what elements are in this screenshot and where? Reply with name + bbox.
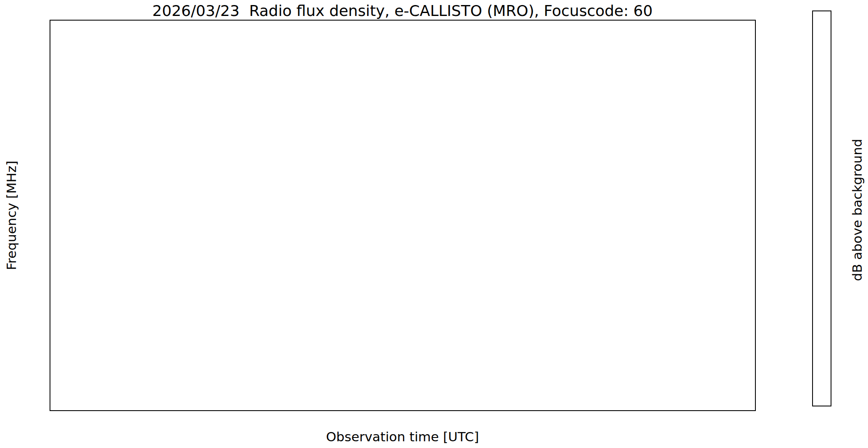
- y-axis-title: Frequency [MHz]: [4, 161, 19, 270]
- colorbar-gradient: [813, 11, 831, 406]
- x-axis-title: Observation time [UTC]: [326, 429, 479, 444]
- figure-root: 2026/03/23 Radio flux density, e-CALLIST…: [0, 0, 868, 448]
- chart-title: 2026/03/23 Radio flux density, e-CALLIST…: [153, 2, 653, 19]
- colorbar-title: dB above background: [850, 139, 865, 281]
- spectrogram-heatmap: [50, 21, 755, 410]
